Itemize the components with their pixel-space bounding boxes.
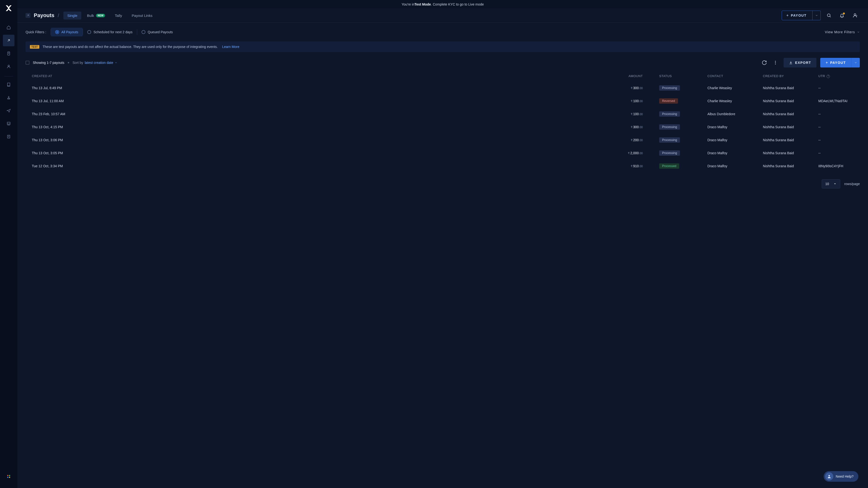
page-size-select[interactable]: 10 bbox=[822, 179, 840, 189]
export-button[interactable]: EXPORT bbox=[784, 58, 817, 67]
profile-icon[interactable] bbox=[850, 10, 860, 20]
payouts-table: CREATED AT AMOUNT STATUS CONTACT CREATED… bbox=[26, 71, 860, 172]
svg-rect-8 bbox=[7, 475, 8, 476]
status-badge: Processing bbox=[659, 151, 680, 156]
status-badge: Reversed bbox=[659, 98, 678, 104]
tab-payout-links[interactable]: Payout Links bbox=[128, 11, 156, 20]
cell-utr: MDAeLWLTNa9TAI bbox=[816, 94, 860, 107]
nav-reports[interactable] bbox=[3, 131, 14, 142]
filter-scheduled-for-next-2-days[interactable]: Scheduled for next 2 days bbox=[83, 28, 137, 36]
cell-status: Processing bbox=[657, 147, 706, 160]
sort-by-label: Sort by bbox=[72, 61, 83, 65]
cell-contact: Draco Malfoy bbox=[706, 160, 761, 172]
cell-utr: I8Ny9i9sC4YjFH bbox=[816, 160, 860, 172]
nav-inbox[interactable] bbox=[3, 118, 14, 129]
col-utr[interactable]: UTR? bbox=[816, 71, 860, 82]
filter-queued-payouts[interactable]: Queued Payouts bbox=[137, 28, 177, 36]
tab-bulk[interactable]: BulkNEW bbox=[83, 11, 109, 20]
sort-by-dropdown[interactable]: latest creation date bbox=[85, 61, 117, 65]
svg-point-18 bbox=[829, 475, 830, 477]
cell-amount: ₹200.00 bbox=[621, 133, 657, 147]
status-badge: Processing bbox=[659, 137, 680, 143]
more-icon[interactable] bbox=[771, 58, 780, 67]
cell-utr: -- bbox=[816, 133, 860, 147]
col-contact[interactable]: CONTACT bbox=[706, 71, 761, 82]
payout-button-primary-dropdown[interactable] bbox=[851, 58, 860, 67]
cell-status: Processing bbox=[657, 121, 706, 133]
cell-created-by: Nishtha Surana Baid bbox=[761, 121, 816, 133]
radio-icon bbox=[87, 30, 91, 34]
cell-created-at: Thu 13 Oct, 4:15 PM bbox=[26, 121, 621, 133]
cell-utr: -- bbox=[816, 107, 860, 121]
svg-point-3 bbox=[8, 65, 9, 66]
nav-apps[interactable] bbox=[3, 470, 14, 482]
nav-send[interactable] bbox=[3, 105, 14, 117]
table-row[interactable]: Thu 13 Oct, 3:06 PM₹200.00ProcessingDrac… bbox=[26, 133, 860, 147]
col-created-by[interactable]: CREATED BY bbox=[761, 71, 816, 82]
test-banner-text: These are test payouts and do not affect… bbox=[43, 45, 218, 49]
tab-tally[interactable]: Tally bbox=[111, 11, 126, 20]
help-avatar-icon bbox=[825, 472, 833, 481]
plus-icon: + bbox=[826, 61, 828, 65]
svg-rect-10 bbox=[7, 477, 8, 478]
filter-all-payouts[interactable]: All Payouts bbox=[51, 28, 83, 36]
col-status[interactable]: STATUS bbox=[657, 71, 706, 82]
table-row[interactable]: Thu 13 Jul, 6:49 PM₹300.00ProcessingChar… bbox=[26, 82, 860, 94]
table-row[interactable]: Thu 13 Oct, 3:05 PM₹2,000.00ProcessingDr… bbox=[26, 147, 860, 160]
cell-contact: Albus Dumbledore bbox=[706, 107, 761, 121]
cell-contact: Draco Malfoy bbox=[706, 133, 761, 147]
payout-button-dropdown[interactable] bbox=[812, 11, 820, 20]
rows-per-page-label: rows/page bbox=[844, 182, 860, 186]
cell-created-by: Nishtha Surana Baid bbox=[761, 82, 816, 94]
cell-contact: Charlie Weasley bbox=[706, 82, 761, 94]
cell-amount: ₹100.00 bbox=[621, 107, 657, 121]
breadcrumb-separator: / bbox=[58, 13, 59, 18]
learn-more-link[interactable]: Learn More bbox=[222, 45, 240, 49]
nav-contacts[interactable] bbox=[3, 61, 14, 72]
svg-point-15 bbox=[775, 61, 776, 62]
nav-payouts[interactable] bbox=[3, 35, 14, 46]
showing-count: Showing 1-7 payouts bbox=[33, 61, 64, 65]
help-icon[interactable]: ? bbox=[827, 75, 830, 78]
test-banner: TEST These are test payouts and do not a… bbox=[26, 41, 860, 52]
nav-statements[interactable] bbox=[3, 48, 14, 59]
table-row[interactable]: Tue 12 Oct, 3:34 PM₹910.00ProcessedDraco… bbox=[26, 160, 860, 172]
cell-status: Reversed bbox=[657, 94, 706, 107]
refresh-icon[interactable] bbox=[760, 58, 769, 67]
page-title: Payouts bbox=[34, 12, 55, 19]
table-row[interactable]: Thu 13 Oct, 4:15 PM₹300.00ProcessingDrac… bbox=[26, 121, 860, 133]
nav-tax[interactable] bbox=[3, 92, 14, 103]
select-all-checkbox[interactable] bbox=[26, 61, 29, 65]
cell-contact: Charlie Weasley bbox=[706, 94, 761, 107]
col-created-at[interactable]: CREATED AT bbox=[26, 71, 621, 82]
tab-single[interactable]: Single bbox=[63, 11, 81, 20]
table-row[interactable]: Thu 23 Feb, 10:57 AM₹100.00ProcessingAlb… bbox=[26, 107, 860, 121]
status-badge: Processing bbox=[659, 124, 680, 130]
svg-point-14 bbox=[854, 14, 856, 15]
cell-created-at: Tue 12 Oct, 3:34 PM bbox=[26, 160, 621, 172]
cell-amount: ₹300.00 bbox=[621, 82, 657, 94]
need-help-button[interactable]: Need Help? bbox=[824, 471, 858, 482]
notifications-icon[interactable] bbox=[837, 10, 847, 20]
svg-point-16 bbox=[775, 62, 776, 63]
plus-icon: + bbox=[786, 13, 789, 18]
search-icon[interactable] bbox=[824, 10, 834, 20]
cell-created-at: Thu 13 Oct, 3:06 PM bbox=[26, 133, 621, 147]
cell-status: Processing bbox=[657, 133, 706, 147]
payout-button-primary[interactable]: +PAYOUT bbox=[820, 58, 860, 67]
cell-status: Processed bbox=[657, 160, 706, 172]
table-row[interactable]: Thu 13 Jul, 11:00 AM₹100.00ReversedCharl… bbox=[26, 94, 860, 107]
nav-invoices[interactable] bbox=[3, 79, 14, 90]
cell-created-at: Thu 13 Oct, 3:05 PM bbox=[26, 147, 621, 160]
test-tag: TEST bbox=[30, 45, 39, 49]
nav-home[interactable] bbox=[3, 22, 14, 33]
col-amount[interactable]: AMOUNT bbox=[621, 71, 657, 82]
payout-tabs: SingleBulkNEWTallyPayout Links bbox=[63, 11, 156, 20]
cell-utr: -- bbox=[816, 121, 860, 133]
payout-button[interactable]: +PAYOUT bbox=[782, 10, 821, 20]
status-badge: Processing bbox=[659, 111, 680, 117]
cell-created-by: Nishtha Surana Baid bbox=[761, 133, 816, 147]
view-more-filters[interactable]: View More Filters bbox=[825, 30, 860, 34]
cell-status: Processing bbox=[657, 107, 706, 121]
svg-rect-5 bbox=[7, 135, 10, 138]
